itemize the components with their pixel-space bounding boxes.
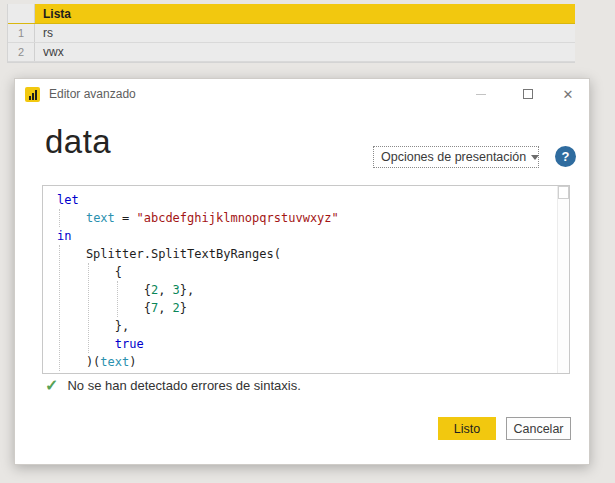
maximize-icon [523, 89, 533, 99]
chevron-down-icon [531, 155, 539, 160]
scrollbar-thumb[interactable] [558, 186, 569, 199]
maximize-button[interactable] [513, 79, 543, 109]
close-icon: ✕ [563, 88, 574, 101]
display-options-dropdown[interactable]: Opciones de presentación [373, 146, 539, 168]
check-icon: ✓ [45, 376, 58, 395]
column-header-lista[interactable]: Lista [35, 4, 575, 23]
list-preview-table: Lista 1 rs 2 vwx [7, 4, 575, 63]
code-text[interactable]: let text = "abcdefghijklmnopqrstuvwxyz"i… [43, 191, 556, 373]
display-options-label: Opciones de presentación [381, 150, 526, 164]
minimize-button[interactable] [466, 79, 496, 109]
advanced-editor-dialog: Editor avanzado ✕ data Opciones de prese… [14, 78, 590, 465]
query-name-title: data [45, 123, 111, 161]
help-button[interactable]: ? [555, 146, 576, 167]
help-icon: ? [562, 149, 570, 164]
cell-value[interactable]: vwx [35, 45, 575, 59]
done-button[interactable]: Listo [438, 417, 496, 440]
syntax-status-message: No se han detectado errores de sintaxis. [67, 378, 300, 393]
syntax-status: ✓ No se han detectado errores de sintaxi… [45, 376, 301, 395]
powerbi-logo-icon [25, 87, 40, 102]
dialog-titlebar: Editor avanzado ✕ [15, 79, 589, 109]
table-row[interactable]: 2 vwx [8, 43, 575, 62]
minimize-icon [476, 94, 486, 95]
cell-value[interactable]: rs [35, 26, 575, 40]
code-editor[interactable]: let text = "abcdefghijklmnopqrstuvwxyz"i… [42, 185, 570, 374]
row-number-header-cell [8, 4, 35, 23]
close-button[interactable]: ✕ [553, 79, 583, 109]
cancel-button[interactable]: Cancelar [506, 417, 571, 440]
vertical-scrollbar[interactable] [557, 186, 569, 373]
row-number: 1 [8, 24, 35, 42]
table-row[interactable]: 1 rs [8, 24, 575, 43]
table-header-row: Lista [8, 4, 575, 24]
dialog-title: Editor avanzado [49, 87, 136, 101]
row-number: 2 [8, 43, 35, 61]
